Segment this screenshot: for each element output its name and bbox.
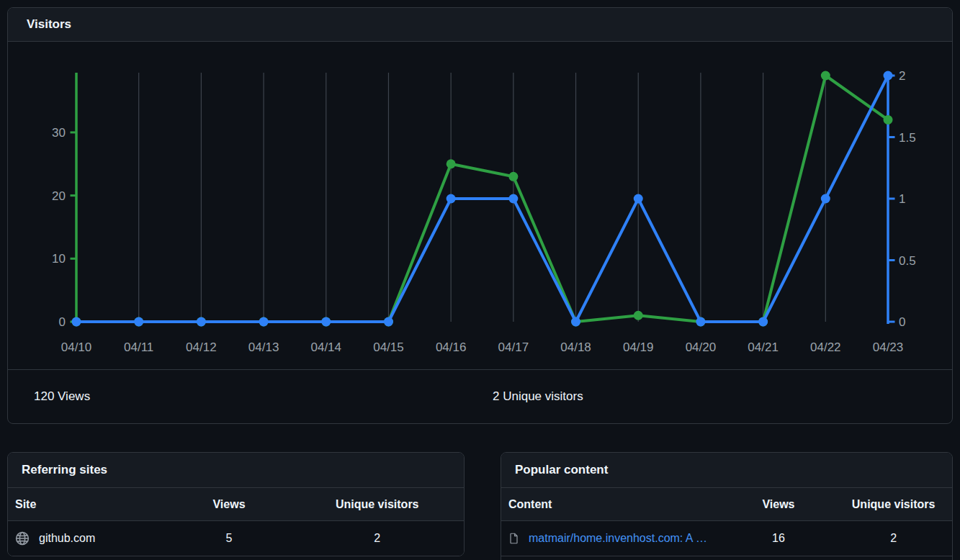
chart-point-unique-visitors[interactable] xyxy=(758,317,768,327)
referring-sites-header: Referring sites xyxy=(8,453,464,488)
content-unique: 2 xyxy=(835,532,952,545)
chart-point-unique-visitors[interactable] xyxy=(197,317,206,327)
x-axis-date-label: 04/20 xyxy=(686,340,717,354)
chart-point-unique-visitors[interactable] xyxy=(571,317,580,327)
visitors-chart-area: 010203000.511.5204/1004/1104/1204/1304/1… xyxy=(8,42,952,369)
left-axis-tick-label: 30 xyxy=(52,126,66,140)
x-axis-date-label: 04/21 xyxy=(748,340,779,354)
chart-point-unique-visitors[interactable] xyxy=(72,317,81,327)
chart-point-views[interactable] xyxy=(447,159,456,168)
file-icon xyxy=(508,532,519,545)
visitors-card-header: Visitors xyxy=(8,8,952,42)
right-axis-tick-label: 0.5 xyxy=(899,254,916,268)
chart-point-unique-visitors[interactable] xyxy=(134,317,143,327)
x-axis-date-label: 04/14 xyxy=(310,340,341,354)
x-axis-date-label: 04/11 xyxy=(124,340,153,354)
x-axis-date-label: 04/12 xyxy=(186,340,217,354)
referring-sites-card: Referring sites Site Views Unique visito… xyxy=(7,452,465,556)
table-row-partial xyxy=(501,556,952,560)
column-header-content: Content xyxy=(501,498,722,511)
column-header-site: Site xyxy=(8,498,168,511)
visitors-card: Visitors 010203000.511.5204/1004/1104/12… xyxy=(7,7,953,424)
x-axis-date-label: 04/17 xyxy=(498,340,529,354)
chart-point-unique-visitors[interactable] xyxy=(696,317,705,327)
visitors-summary-bar: 120 Views 2 Unique visitors xyxy=(8,369,952,424)
referring-site-views: 5 xyxy=(168,532,291,545)
left-axis-tick-label: 0 xyxy=(59,315,66,329)
popular-content-title: Popular content xyxy=(515,463,608,477)
chart-point-unique-visitors[interactable] xyxy=(884,71,893,81)
referring-sites-title: Referring sites xyxy=(22,463,107,477)
left-axis-tick-label: 10 xyxy=(52,252,66,266)
table-row: matmair/home.invenhost.com: A … 16 2 xyxy=(501,521,952,556)
visitors-chart: 010203000.511.5204/1004/1104/1204/1304/1… xyxy=(8,42,952,369)
right-axis-tick-label: 1.5 xyxy=(899,131,916,145)
referring-site-name: github.com xyxy=(39,532,95,545)
chart-point-unique-visitors[interactable] xyxy=(259,317,269,327)
right-axis-tick-label: 0 xyxy=(899,315,905,329)
content-views: 16 xyxy=(722,532,835,545)
chart-point-unique-visitors[interactable] xyxy=(447,194,456,204)
chart-point-views[interactable] xyxy=(884,115,893,125)
globe-icon xyxy=(15,531,30,546)
x-axis-date-label: 04/18 xyxy=(560,340,591,354)
chart-point-views[interactable] xyxy=(634,311,643,320)
x-axis-date-label: 04/19 xyxy=(623,340,654,354)
column-header-views: Views xyxy=(722,498,835,511)
referring-sites-table: Site Views Unique visitors github.com 5 xyxy=(8,488,464,556)
x-axis-date-label: 04/23 xyxy=(873,340,904,354)
x-axis-date-label: 04/15 xyxy=(373,340,404,354)
chart-point-unique-visitors[interactable] xyxy=(508,194,518,204)
popular-content-table: Content Views Unique visitors matmair/ho… xyxy=(501,488,952,560)
content-link[interactable]: matmair/home.invenhost.com: A … xyxy=(529,532,707,545)
right-axis-tick-label: 1 xyxy=(899,192,905,206)
chart-point-unique-visitors[interactable] xyxy=(321,317,331,327)
chart-point-views[interactable] xyxy=(508,172,518,181)
column-header-unique-visitors: Unique visitors xyxy=(290,498,464,511)
table-row: github.com 5 2 xyxy=(8,521,464,556)
chart-point-unique-visitors[interactable] xyxy=(634,194,643,204)
chart-point-views[interactable] xyxy=(821,71,830,81)
x-axis-date-label: 04/13 xyxy=(248,340,279,354)
chart-point-unique-visitors[interactable] xyxy=(821,194,830,204)
popular-content-table-header: Content Views Unique visitors xyxy=(501,488,952,521)
total-views-label: 120 Views xyxy=(34,370,90,423)
left-axis-tick-label: 20 xyxy=(52,189,66,203)
series-line-unique-visitors xyxy=(76,76,888,322)
total-unique-visitors-label: 2 Unique visitors xyxy=(493,370,583,423)
popular-content-card: Popular content Content Views Unique vis… xyxy=(501,452,953,560)
x-axis-date-label: 04/22 xyxy=(810,340,841,354)
right-axis-tick-label: 2 xyxy=(899,69,905,83)
chart-point-unique-visitors[interactable] xyxy=(384,317,393,327)
popular-content-header: Popular content xyxy=(501,453,952,488)
x-axis-date-label: 04/10 xyxy=(61,340,92,354)
x-axis-date-label: 04/16 xyxy=(436,340,467,354)
column-header-unique-visitors: Unique visitors xyxy=(835,498,952,511)
referring-sites-table-header: Site Views Unique visitors xyxy=(8,488,464,521)
column-header-views: Views xyxy=(168,498,291,511)
visitors-title: Visitors xyxy=(27,17,71,32)
referring-site-unique: 2 xyxy=(290,532,464,545)
